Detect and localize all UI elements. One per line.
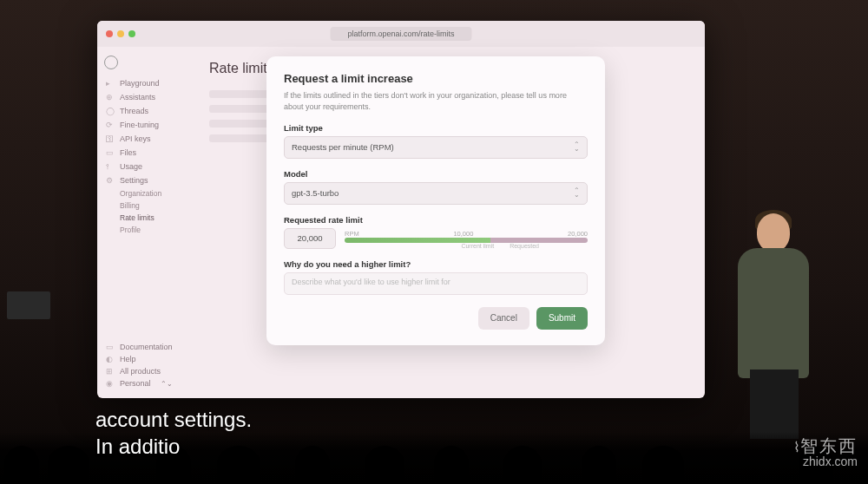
modal-title: Request a limit increase: [284, 72, 588, 85]
browser-window: platform.openai.com/rate-limits ▸Playgro…: [97, 21, 705, 398]
slider-row: 20,000 RPM 10,000 20,000 Current limit R…: [284, 228, 588, 249]
current-limit-label: Current limit: [461, 243, 494, 249]
modal-actions: Cancel Submit: [284, 307, 588, 330]
model-value: gpt-3.5-turbo: [292, 188, 339, 198]
watermark-cn: 智东西: [800, 436, 858, 455]
slider-mid: 10,000: [453, 230, 473, 238]
slider-max: 20,000: [568, 230, 588, 238]
requested-value-input[interactable]: 20,000: [284, 228, 336, 249]
slider[interactable]: RPM 10,000 20,000 Current limit Requeste…: [345, 228, 588, 249]
model-select[interactable]: gpt-3.5-turbo ⌃⌄: [284, 182, 588, 205]
limit-type-label: Limit type: [284, 123, 588, 133]
wifi-icon: ⌇: [793, 440, 800, 455]
requested-limit-label: Requested: [510, 243, 539, 249]
limit-type-select[interactable]: Requests per minute (RPM) ⌃⌄: [284, 136, 588, 159]
watermark: ⌇智东西 zhidx.com: [793, 436, 858, 468]
why-label: Why do you need a higher limit?: [284, 259, 588, 269]
limit-increase-modal: Request a limit increase If the limits o…: [266, 56, 605, 344]
cancel-button[interactable]: Cancel: [478, 307, 529, 330]
watermark-url: zhidx.com: [803, 455, 858, 468]
why-textarea[interactable]: Describe what you'd like to use higher l…: [284, 272, 588, 295]
model-label: Model: [284, 169, 588, 179]
slider-track[interactable]: [345, 238, 588, 243]
limit-type-value: Requests per minute (RPM): [292, 142, 394, 152]
requested-label: Requested rate limit: [284, 215, 588, 225]
stage-background: platform.openai.com/rate-limits ▸Playgro…: [0, 0, 868, 484]
updown-icon: ⌃⌄: [574, 143, 580, 152]
video-subtitle: account settings.In additio: [95, 406, 252, 460]
stage-laptop: [7, 291, 50, 319]
presenter-silhouette: [729, 213, 816, 439]
slider-unit: RPM: [345, 230, 359, 238]
updown-icon: ⌃⌄: [574, 189, 580, 198]
modal-backdrop: Request a limit increase If the limits o…: [97, 21, 705, 398]
submit-button[interactable]: Submit: [536, 307, 588, 330]
modal-description: If the limits outlined in the tiers don'…: [284, 90, 588, 112]
